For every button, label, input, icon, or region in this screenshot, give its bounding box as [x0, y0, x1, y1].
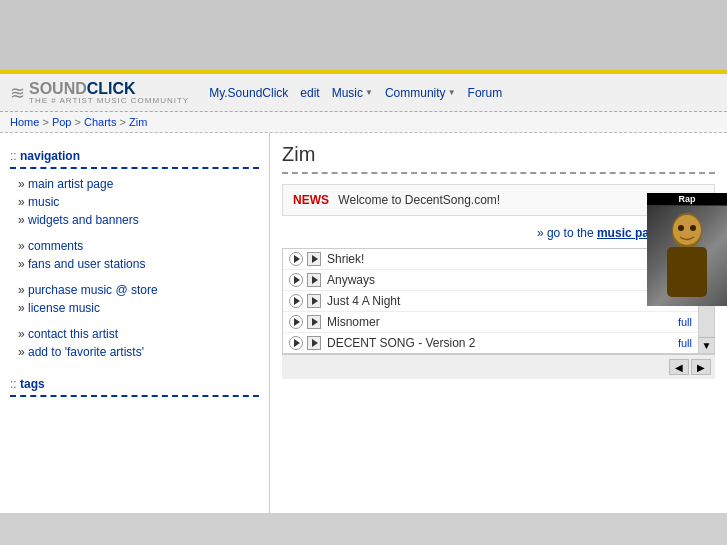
bottom-nav-arrows: ◀ ▶: [282, 354, 715, 379]
play-triangle-icon: [294, 297, 300, 305]
play-circle-button[interactable]: [289, 252, 303, 266]
play-triangle2-icon: [312, 297, 318, 305]
table-row: Misnomer full: [283, 312, 698, 333]
sidebar-link-main-artist[interactable]: main artist page: [10, 175, 259, 193]
play-circle-button[interactable]: [289, 336, 303, 350]
breadcrumb-zim[interactable]: Zim: [129, 116, 147, 128]
svg-point-2: [673, 215, 701, 245]
play-triangle-icon: [294, 339, 300, 347]
breadcrumb: Home > Pop > Charts > Zim: [0, 112, 727, 133]
song-title: Just 4 A Night: [327, 294, 674, 308]
song-title: Anyways: [327, 273, 674, 287]
sidebar-link-widgets[interactable]: widgets and banners: [10, 211, 259, 229]
table-row: Anyways full: [283, 270, 698, 291]
play-square-button[interactable]: [307, 336, 321, 350]
play-triangle2-icon: [312, 276, 318, 284]
community-chevron-icon: ▼: [448, 88, 456, 97]
nav-my-soundclick[interactable]: My.SoundClick: [209, 86, 288, 100]
play-square-button[interactable]: [307, 315, 321, 329]
sidebar-link-contact[interactable]: contact this artist: [10, 325, 259, 343]
song-title: Shriek!: [327, 252, 674, 266]
logo-tagline: THE # ARTIST MUSIC COMMUNITY: [29, 96, 189, 105]
prev-arrow-button[interactable]: ◀: [669, 359, 689, 375]
rap-person-image: [647, 206, 727, 306]
table-row: DECENT SONG - Version 2 full: [283, 333, 698, 353]
sidebar-link-favorite[interactable]: add to 'favorite artists': [10, 343, 259, 361]
svg-point-4: [690, 225, 696, 231]
song-full-link[interactable]: full: [678, 316, 692, 328]
breadcrumb-sep2: >: [75, 116, 84, 128]
sidebar-tags-title: :: tags: [10, 371, 259, 397]
nav-forum[interactable]: Forum: [468, 86, 503, 100]
play-circle-button[interactable]: [289, 273, 303, 287]
play-triangle-icon: [294, 255, 300, 263]
news-text: Welcome to DecentSong.com!: [338, 193, 500, 207]
play-circle-button[interactable]: [289, 315, 303, 329]
logo-wave-icon: ≋: [10, 82, 25, 104]
next-arrow-button[interactable]: ▶: [691, 359, 711, 375]
svg-point-3: [678, 225, 684, 231]
sidebar-nav-title: :: navigation: [10, 143, 259, 169]
nav-community-dropdown[interactable]: Community ▼: [385, 86, 456, 100]
nav-music-dropdown[interactable]: Music ▼: [332, 86, 373, 100]
song-list: Shriek! full Anyways full Just 4 A Night…: [283, 249, 698, 353]
rap-image-panel: Rap: [647, 193, 727, 306]
play-square-button[interactable]: [307, 294, 321, 308]
table-row: Shriek! full: [283, 249, 698, 270]
song-title: Misnomer: [327, 315, 674, 329]
breadcrumb-pop[interactable]: Pop: [52, 116, 72, 128]
play-square-button[interactable]: [307, 273, 321, 287]
song-full-link[interactable]: full: [678, 337, 692, 349]
breadcrumb-home[interactable]: Home: [10, 116, 39, 128]
main-nav: My.SoundClick edit Music ▼ Community ▼ F…: [209, 86, 502, 100]
song-title: DECENT SONG - Version 2: [327, 336, 674, 350]
play-triangle2-icon: [312, 339, 318, 347]
news-label: NEWS: [293, 193, 329, 207]
page-title: Zim: [282, 143, 715, 174]
sidebar-link-music[interactable]: music: [10, 193, 259, 211]
content-area: Zim NEWS Welcome to DecentSong.com! » go…: [270, 133, 727, 513]
music-chevron-icon: ▼: [365, 88, 373, 97]
play-square-button[interactable]: [307, 252, 321, 266]
play-triangle-icon: [294, 276, 300, 284]
top-banner-area: [0, 0, 727, 70]
sidebar-link-comments[interactable]: comments: [10, 237, 259, 255]
sidebar-link-fans[interactable]: fans and user stations: [10, 255, 259, 273]
scroll-down-button[interactable]: ▼: [699, 337, 714, 353]
breadcrumb-charts[interactable]: Charts: [84, 116, 116, 128]
play-triangle-icon: [294, 318, 300, 326]
sidebar: :: navigation main artist page music wid…: [0, 133, 270, 513]
rap-label: Rap: [647, 193, 727, 206]
breadcrumb-sep3: >: [119, 116, 128, 128]
play-circle-button[interactable]: [289, 294, 303, 308]
music-page-arrow: » go to the: [537, 226, 597, 240]
breadcrumb-sep1: >: [42, 116, 51, 128]
site-header: ≋ SOUNDCLICK THE # ARTIST MUSIC COMMUNIT…: [0, 74, 727, 112]
sidebar-link-license-music[interactable]: license music: [10, 299, 259, 317]
nav-edit[interactable]: edit: [300, 86, 319, 100]
table-row: Just 4 A Night full: [283, 291, 698, 312]
logo-sound: SOUNDCLICK: [29, 83, 136, 97]
main-area: :: navigation main artist page music wid…: [0, 133, 727, 513]
sidebar-link-purchase-music[interactable]: purchase music @ store: [10, 281, 259, 299]
play-triangle2-icon: [312, 318, 318, 326]
play-triangle2-icon: [312, 255, 318, 263]
site-logo[interactable]: ≋ SOUNDCLICK THE # ARTIST MUSIC COMMUNIT…: [10, 80, 189, 105]
svg-rect-1: [667, 247, 707, 297]
